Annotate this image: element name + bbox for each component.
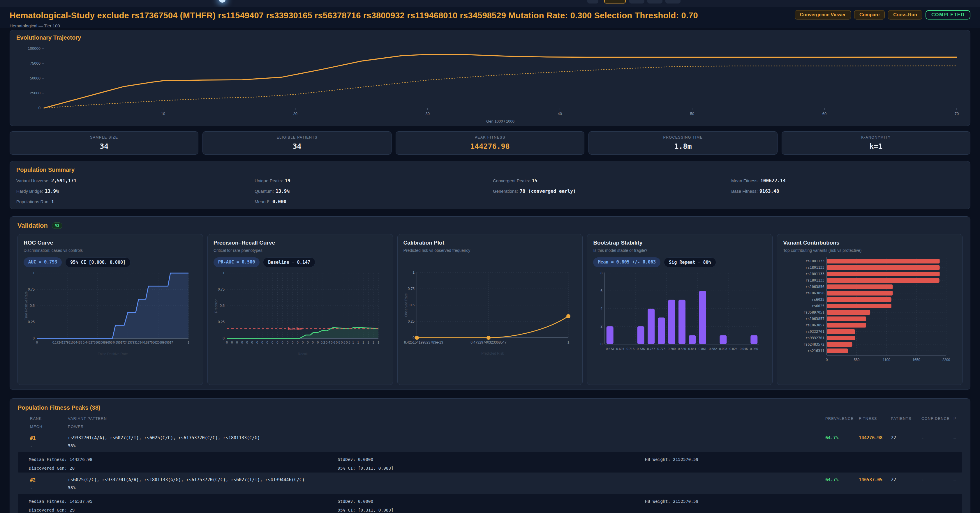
table-row[interactable]: #1 rs9332701(A/A), rs6027(T/T), rs6025(C…: [18, 433, 962, 450]
population-fitness-peaks-card: Population Fitness Peaks (38) RANK VARIA…: [10, 398, 970, 513]
summary-item: Populations Run:1: [16, 199, 249, 204]
svg-text:0: 0: [231, 341, 233, 344]
svg-text:0: 0: [302, 341, 304, 344]
stat-value: 144276.98: [470, 142, 509, 151]
svg-text:rs1063856: rs1063856: [805, 291, 824, 295]
svg-text:rs1063856: rs1063856: [805, 285, 824, 289]
svg-text:rs6025: rs6025: [812, 297, 824, 302]
svg-text:0.673: 0.673: [606, 347, 614, 351]
svg-text:0.8: 0.8: [341, 341, 345, 344]
baseline-badge: Baseline = 0.147: [263, 257, 315, 267]
svg-text:0.778: 0.778: [657, 347, 666, 351]
chart-subtitle: Critical for rare phenotypes: [213, 248, 387, 253]
svg-text:75000: 75000: [30, 61, 40, 65]
chart-title: Calibration Plot: [404, 240, 577, 246]
svg-text:Observed Rate: Observed Rate: [404, 293, 408, 317]
svg-text:0: 0: [256, 341, 258, 344]
table-header-row1: RANK VARIANT PATTERN PREVALENCE FITNESS …: [18, 416, 962, 424]
svg-text:0.75: 0.75: [407, 287, 415, 291]
svg-text:rs1801133: rs1801133: [805, 265, 824, 270]
stat-label: SAMPLE SIZE: [90, 135, 118, 140]
summary-item: Convergent Peaks:15: [493, 178, 725, 183]
sig-repeat-badge: Sig Repeat = 80%: [664, 257, 716, 267]
svg-text:0: 0: [226, 341, 228, 344]
page-subtitle: Hematological — Tier 100: [10, 23, 970, 28]
chart-subtitle: Discrimination: cases vs controls: [24, 248, 197, 253]
validation-charts: ROC Curve Discrimination: cases vs contr…: [18, 234, 963, 385]
top-tab[interactable]: [665, 0, 681, 3]
svg-text:0.47329740323368547: 0.47329740323368547: [471, 340, 507, 345]
svg-text:0: 0: [223, 336, 224, 340]
svg-text:0: 0: [261, 341, 263, 344]
svg-text:True Positive Rate: True Positive Rate: [24, 291, 28, 320]
detail-hb-weight: HB Weight: 2152570.59: [645, 455, 698, 464]
svg-text:1: 1: [412, 270, 415, 275]
glow-icon: [219, 0, 226, 3]
chart-subtitle: Is this model stable or fragile?: [593, 248, 767, 253]
stat-eligible-patients: ELIGIBLE PATIENTS 34: [202, 131, 391, 155]
svg-text:rs1801133: rs1801133: [805, 259, 824, 263]
svg-text:0.5: 0.5: [30, 304, 35, 308]
svg-text:8.425154199823783e-13: 8.425154199823783e-13: [404, 340, 443, 345]
auc-badge: AUC = 0.793: [24, 257, 62, 267]
stat-value: k=1: [869, 142, 882, 151]
pr-chart: 00.250.50.75100000000000000000000.20.40.…: [213, 271, 387, 359]
compare-button[interactable]: Compare: [854, 10, 885, 19]
svg-text:25000: 25000: [30, 91, 40, 95]
top-tab[interactable]: [587, 0, 598, 3]
svg-text:0.924: 0.924: [729, 347, 738, 351]
svg-text:0.820: 0.820: [678, 347, 686, 351]
svg-text:False Positive Rate: False Positive Rate: [98, 352, 128, 356]
table-row[interactable]: #2 rs6025(C/C), rs9332701(A/A), rs180113…: [18, 475, 962, 492]
svg-text:rs1801133: rs1801133: [805, 272, 824, 276]
svg-text:1: 1: [188, 341, 189, 344]
stat-peak-fitness: PEAK FITNESS 144276.98: [396, 131, 584, 155]
svg-text:rs1063857: rs1063857: [805, 323, 824, 327]
svg-text:20: 20: [293, 111, 297, 116]
summary-item: Mean I²:0.000: [255, 199, 487, 204]
svg-text:50000: 50000: [30, 76, 40, 80]
svg-text:baseline: baseline: [288, 326, 302, 331]
svg-text:0.966: 0.966: [750, 347, 758, 351]
peaks-title: Population Fitness Peaks (38): [18, 404, 962, 411]
header: Hematological-Study exclude rs17367504 (…: [0, 7, 980, 28]
svg-text:0: 0: [601, 342, 603, 346]
contributions-chart: 0550110016502200rs1801133rs1801133rs1801…: [783, 256, 956, 370]
svg-text:0: 0: [307, 341, 309, 344]
svg-text:0.799: 0.799: [668, 347, 676, 351]
svg-text:0.8: 0.8: [336, 341, 340, 344]
svg-text:1: 1: [33, 271, 35, 275]
svg-text:rs1801133: rs1801133: [805, 278, 824, 283]
summary-item: Hardy Bridge:13.9%: [16, 188, 249, 194]
svg-text:0: 0: [36, 341, 38, 344]
svg-text:8: 8: [601, 271, 603, 275]
svg-text:0: 0: [826, 358, 828, 362]
chart-subtitle: Predicted risk vs observed frequency: [404, 248, 577, 253]
detail-gen: Discovered Gen: 29: [29, 506, 92, 513]
validation-version-badge: V3: [52, 222, 62, 229]
top-tab-active[interactable]: [604, 0, 626, 3]
svg-text:0.6551724137931034: 0.6551724137931034: [113, 341, 143, 344]
stats-row: SAMPLE SIZE 34 ELIGIBLE PATIENTS 34 PEAK…: [10, 131, 970, 155]
summary-item: Generations:78 (converged early): [493, 188, 725, 194]
population-summary-title: Population Summary: [16, 167, 964, 173]
cross-run-button[interactable]: Cross-Run: [888, 10, 922, 19]
top-tab[interactable]: [629, 0, 644, 3]
detail-stddev: StdDev: 0.0000: [338, 497, 394, 506]
top-tab[interactable]: [648, 0, 662, 3]
chart-title: Bootstrap Stability: [593, 240, 767, 246]
stat-value: 34: [293, 142, 302, 151]
svg-text:0.5: 0.5: [220, 304, 224, 308]
svg-text:0.715: 0.715: [627, 347, 635, 351]
svg-text:2: 2: [601, 324, 603, 329]
summary-item: Variant Universe:2,591,171: [16, 178, 249, 183]
svg-text:0: 0: [317, 341, 319, 344]
pr-auc-badge: PR-AUC = 0.500: [213, 257, 259, 267]
svg-text:Predicted Risk: Predicted Risk: [481, 351, 504, 356]
stat-label: K-ANONYMITY: [861, 135, 891, 140]
svg-text:0: 0: [251, 341, 253, 344]
convergence-viewer-button[interactable]: Convergence Viewer: [795, 10, 851, 19]
svg-text:2200: 2200: [942, 358, 950, 362]
svg-text:0: 0: [246, 341, 248, 344]
svg-text:1650: 1650: [912, 358, 920, 362]
